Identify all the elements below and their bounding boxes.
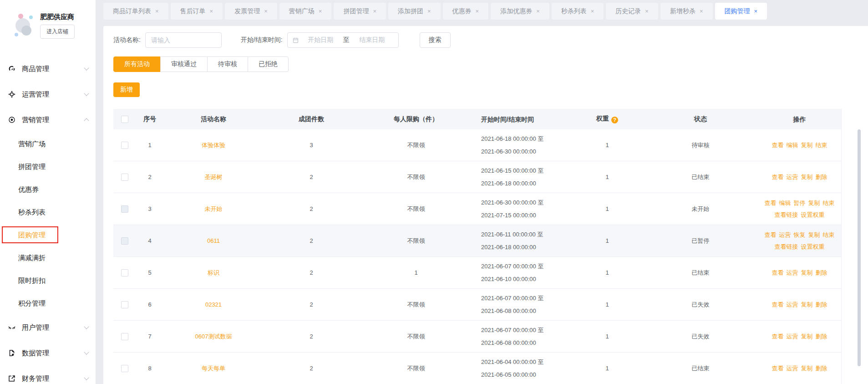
tab[interactable]: 售后订单 × xyxy=(171,3,223,20)
enter-store-button[interactable]: 进入店铺 xyxy=(40,25,75,39)
end-date-placeholder[interactable]: 结束日期 xyxy=(350,36,394,44)
action-link[interactable]: 删除 xyxy=(816,365,827,372)
sidebar-item-flash-sale-list[interactable]: 秒杀列表 xyxy=(0,201,96,224)
sidebar-item-groupon-mgmt-active[interactable]: 团购管理 xyxy=(0,224,96,246)
action-link[interactable]: 查看 xyxy=(772,365,784,372)
tab[interactable]: 营销广场 × xyxy=(279,3,332,20)
tab[interactable]: 添加拼团 × xyxy=(388,3,441,20)
close-tab-icon[interactable]: × xyxy=(536,8,540,15)
sidebar-item-operations[interactable]: 运营管理 xyxy=(0,82,96,107)
activity-name-input[interactable] xyxy=(145,32,222,48)
action-link[interactable]: 运营 xyxy=(787,365,798,372)
row-checkbox[interactable] xyxy=(121,333,128,340)
tab[interactable]: 新增秒杀 × xyxy=(660,3,713,20)
add-button[interactable]: 新增 xyxy=(113,82,140,97)
action-link[interactable]: 查看 xyxy=(772,142,784,148)
sidebar-item-coupons[interactable]: 优惠券 xyxy=(0,178,96,201)
tab[interactable]: 团购管理 × xyxy=(715,3,767,20)
action-link[interactable]: 查看链接 xyxy=(775,211,798,218)
row-checkbox[interactable] xyxy=(121,237,128,245)
sidebar-item-finance[interactable]: 财务管理 xyxy=(0,366,96,384)
tab[interactable]: 拼团管理 × xyxy=(334,3,386,20)
sidebar-item-users[interactable]: 用户管理 xyxy=(0,315,96,340)
action-link[interactable]: 查看链接 xyxy=(775,243,798,250)
tab[interactable]: 历史记录 × xyxy=(606,3,658,20)
status-tab-approved[interactable]: 审核通过 xyxy=(160,56,208,72)
tab[interactable]: 发票管理 × xyxy=(225,3,277,20)
close-tab-icon[interactable]: × xyxy=(700,8,703,15)
sidebar-item-time-limited-discount[interactable]: 限时折扣 xyxy=(0,269,96,292)
close-tab-icon[interactable]: × xyxy=(476,8,479,15)
action-link[interactable]: 查看 xyxy=(772,301,784,308)
status-tab-rejected[interactable]: 已拒绝 xyxy=(248,56,289,72)
date-range-picker[interactable]: 开始日期 至 结束日期 xyxy=(287,32,399,48)
action-link[interactable]: 复制 xyxy=(801,142,813,148)
tab[interactable]: 优惠券 × xyxy=(443,3,489,20)
action-link[interactable]: 复制 xyxy=(801,301,813,308)
action-link[interactable]: 结束 xyxy=(816,142,827,148)
close-tab-icon[interactable]: × xyxy=(373,8,376,15)
action-link[interactable]: 删除 xyxy=(816,301,827,308)
action-link[interactable]: 删除 xyxy=(816,174,827,180)
action-link[interactable]: 查看 xyxy=(772,333,784,340)
action-link[interactable]: 暂停 xyxy=(794,200,806,206)
action-link[interactable]: 恢复 xyxy=(794,231,806,238)
row-checkbox[interactable] xyxy=(121,174,128,181)
row-checkbox[interactable] xyxy=(121,365,128,372)
action-link[interactable]: 查看 xyxy=(772,174,784,180)
activity-name-link[interactable]: 圣诞树 xyxy=(205,174,223,180)
status-tab-pending[interactable]: 待审核 xyxy=(207,56,248,72)
sidebar-item-goods[interactable]: 商品管理 xyxy=(0,56,96,82)
action-link[interactable]: 复制 xyxy=(801,365,813,372)
action-link[interactable]: 运营 xyxy=(787,174,798,180)
action-link[interactable]: 结束 xyxy=(823,231,835,238)
activity-name-link[interactable]: 0611 xyxy=(207,237,220,244)
activity-name-link[interactable]: 体验体验 xyxy=(202,142,225,148)
activity-name-link[interactable]: 未开始 xyxy=(205,205,223,212)
sidebar-item-full-discount[interactable]: 满减满折 xyxy=(0,246,96,269)
activity-name-link[interactable]: 标识 xyxy=(208,269,219,276)
start-date-placeholder[interactable]: 开始日期 xyxy=(299,36,342,44)
action-link[interactable]: 查看 xyxy=(765,231,777,238)
action-link[interactable]: 复制 xyxy=(801,333,813,340)
activity-name-link[interactable]: 02321 xyxy=(205,301,222,308)
row-checkbox[interactable] xyxy=(121,142,128,149)
action-link[interactable]: 复制 xyxy=(808,200,820,206)
close-tab-icon[interactable]: × xyxy=(591,8,594,15)
action-link[interactable]: 结束 xyxy=(823,200,835,206)
close-tab-icon[interactable]: × xyxy=(319,8,322,15)
status-tab-all[interactable]: 所有活动 xyxy=(113,56,161,72)
action-link[interactable]: 删除 xyxy=(816,269,827,276)
sidebar-item-marketing-plaza[interactable]: 营销广场 xyxy=(0,133,96,155)
close-tab-icon[interactable]: × xyxy=(427,8,431,15)
close-tab-icon[interactable]: × xyxy=(645,8,649,15)
action-link[interactable]: 设置权重 xyxy=(801,211,825,218)
activity-name-link[interactable]: 每天每单 xyxy=(202,365,225,372)
row-checkbox[interactable] xyxy=(121,301,128,308)
action-link[interactable]: 编辑 xyxy=(787,142,798,148)
sidebar-item-points-mgmt[interactable]: 积分管理 xyxy=(0,292,96,315)
action-link[interactable]: 复制 xyxy=(801,269,813,276)
close-tab-icon[interactable]: × xyxy=(210,8,213,15)
question-icon[interactable]: ? xyxy=(611,117,618,123)
select-all-checkbox[interactable] xyxy=(121,116,128,123)
action-link[interactable]: 运营 xyxy=(779,231,791,238)
tab[interactable]: 秒杀列表 × xyxy=(552,3,604,20)
action-link[interactable]: 复制 xyxy=(801,174,813,180)
action-link[interactable]: 查看 xyxy=(765,200,777,206)
vertical-scrollbar-thumb[interactable] xyxy=(858,129,861,366)
row-checkbox[interactable] xyxy=(121,269,128,276)
action-link[interactable]: 查看 xyxy=(772,269,784,276)
action-link[interactable]: 编辑 xyxy=(779,200,791,206)
action-link[interactable]: 运营 xyxy=(787,333,798,340)
tab[interactable]: 添加优惠券 × xyxy=(491,3,549,20)
sidebar-item-marketing[interactable]: 营销管理 xyxy=(0,107,96,133)
action-link[interactable]: 复制 xyxy=(808,231,820,238)
sidebar-item-group-buy-mgmt[interactable]: 拼团管理 xyxy=(0,155,96,178)
action-link[interactable]: 删除 xyxy=(816,333,827,340)
action-link[interactable]: 运营 xyxy=(787,301,798,308)
activity-name-link[interactable]: 0607测试数据 xyxy=(195,333,232,340)
row-checkbox[interactable] xyxy=(121,205,128,213)
close-tab-icon[interactable]: × xyxy=(754,8,758,15)
tab[interactable]: 商品订单列表 × xyxy=(103,3,168,20)
